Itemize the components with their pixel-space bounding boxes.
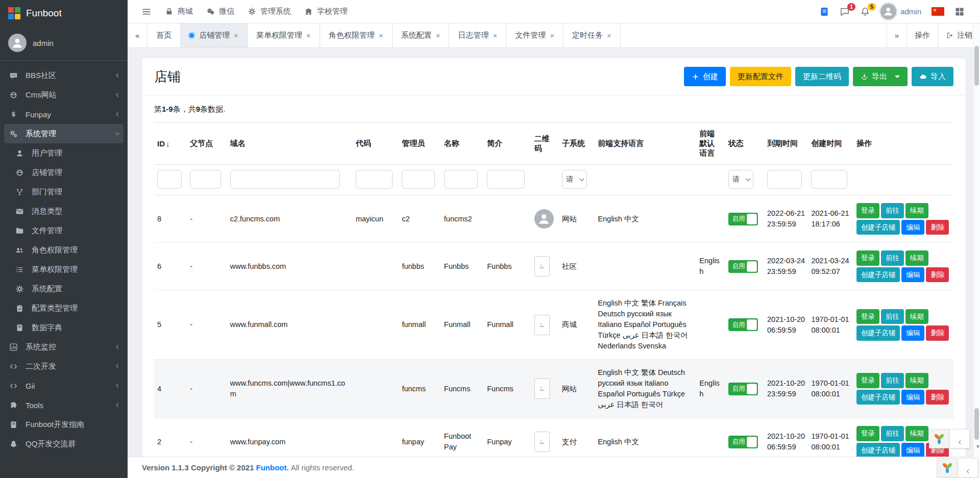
edit-button[interactable]: 编辑	[901, 220, 924, 235]
china-flag-icon[interactable]	[932, 7, 944, 16]
sidebar-menu-item[interactable]: QQ开发交流群	[0, 434, 128, 454]
sidebar-menu-item[interactable]: 系统配置	[0, 279, 128, 298]
sidebar-menu-item[interactable]: BBS社区	[0, 66, 128, 85]
sidebar-menu-item[interactable]: 二次开发	[0, 357, 128, 376]
scrollbar-thumb[interactable]	[974, 408, 979, 440]
goto-button[interactable]: 前往	[881, 203, 904, 218]
sidebar-toggle-button[interactable]	[135, 0, 158, 23]
sort-desc-icon[interactable]: ↓	[166, 139, 170, 148]
scroll-down-arrow-icon[interactable]: ▾	[976, 443, 979, 450]
filter-input[interactable]	[190, 170, 221, 189]
tab[interactable]: 角色权限管理 ×	[320, 23, 393, 47]
sidebar-menu-item[interactable]: Cms网站	[0, 85, 128, 105]
apps-grid-button[interactable]	[954, 7, 965, 17]
column-header[interactable]: 代码	[353, 123, 399, 165]
renew-button[interactable]: 续期	[905, 309, 928, 324]
tab[interactable]: 菜单权限管理 ×	[248, 23, 320, 47]
edit-button[interactable]: 编辑	[901, 267, 924, 283]
sidebar-menu-item[interactable]: 系统管理	[4, 124, 124, 143]
funboot-link[interactable]: Funboot.	[256, 463, 288, 472]
column-header[interactable]: 操作	[853, 123, 953, 165]
filter-input[interactable]	[487, 170, 525, 189]
sidebar-menu-item[interactable]: 配置类型管理	[0, 298, 128, 318]
goto-button[interactable]: 前往	[881, 426, 904, 441]
create-button[interactable]: 创建	[684, 67, 726, 86]
filter-select[interactable]: 请	[728, 170, 753, 189]
column-header[interactable]: 状态	[725, 123, 764, 165]
renew-button[interactable]: 续期	[905, 373, 928, 388]
filter-input[interactable]	[402, 170, 435, 189]
login-button[interactable]: 登录	[856, 373, 879, 388]
brand[interactable]: Funboot	[0, 0, 128, 27]
column-header[interactable]: 创建时间	[808, 123, 853, 165]
filter-input[interactable]	[157, 170, 182, 189]
renew-button[interactable]: 续期	[905, 250, 928, 266]
funboot-widget-button[interactable]	[937, 458, 958, 477]
tab[interactable]: 定时任务 ×	[564, 23, 621, 47]
tab-close-icon[interactable]: ×	[493, 31, 497, 40]
sidebar-menu-item[interactable]: 店铺管理	[0, 163, 128, 182]
filter-input[interactable]	[230, 170, 340, 189]
column-header[interactable]: 父节点	[187, 123, 227, 165]
docs-button[interactable]	[819, 7, 829, 17]
tab[interactable]: 文件管理 ×	[506, 23, 564, 47]
column-header[interactable]: 域名	[227, 123, 353, 165]
login-button[interactable]: 登录	[856, 250, 879, 266]
edit-button[interactable]: 编辑	[901, 325, 924, 341]
column-header[interactable]: 二维码	[531, 123, 559, 165]
renew-button[interactable]: 续期	[905, 203, 928, 218]
tab-close-icon[interactable]: ×	[436, 31, 440, 40]
sidebar-menu-item[interactable]: Gii	[0, 376, 128, 395]
renew-button[interactable]: 续期	[905, 426, 928, 441]
login-button[interactable]: 登录	[856, 426, 879, 441]
sidebar-menu-item[interactable]: 数据字典	[0, 318, 128, 337]
create-substore-button[interactable]: 创建子店铺	[856, 325, 900, 341]
create-substore-button[interactable]: 创建子店铺	[856, 443, 900, 457]
column-header[interactable]: 前端支持语言	[595, 123, 696, 165]
funboot-widget-button[interactable]	[929, 429, 949, 448]
delete-button[interactable]: 删除	[926, 390, 949, 405]
tab-close-icon[interactable]: ×	[379, 31, 383, 40]
tab-close-icon[interactable]: ×	[607, 31, 611, 40]
tab[interactable]: 日志管理 ×	[449, 23, 506, 47]
tab[interactable]: 店铺管理 ×	[181, 23, 248, 47]
notifications-button[interactable]: 5	[860, 7, 870, 17]
tab-close-icon[interactable]: ×	[550, 31, 554, 40]
delete-button[interactable]: 删除	[926, 325, 949, 341]
goto-button[interactable]: 前往	[881, 250, 904, 266]
filter-input[interactable]	[767, 170, 802, 189]
sidebar-menu-item[interactable]: 菜单权限管理	[0, 260, 128, 279]
tab-close-icon[interactable]: ×	[234, 31, 238, 40]
sidebar-menu-item[interactable]: 用户管理	[0, 143, 128, 163]
tabs-actions-button[interactable]: 操作	[906, 23, 938, 47]
tab[interactable]: 首页 ×	[148, 23, 181, 47]
login-button[interactable]: 登录	[856, 203, 879, 218]
update-config-button[interactable]: 更新配置文件	[730, 67, 791, 86]
edit-button[interactable]: 编辑	[901, 443, 924, 457]
status-toggle[interactable]: 启用	[728, 436, 758, 448]
sidebar-menu-item[interactable]: Tools	[0, 395, 128, 415]
navbar-menu-item[interactable]: 学校管理	[298, 0, 354, 23]
sidebar-menu-item[interactable]: 角色权限管理	[0, 240, 128, 260]
status-toggle[interactable]: 启用	[728, 213, 758, 225]
create-substore-button[interactable]: 创建子店铺	[856, 390, 900, 405]
goto-button[interactable]: 前往	[881, 309, 904, 324]
collapse-widget-button[interactable]	[949, 429, 970, 448]
export-button[interactable]: 导出	[853, 67, 908, 86]
import-button[interactable]: 导入	[912, 67, 953, 86]
sidebar-menu-item[interactable]: $ Funpay	[0, 105, 128, 124]
scrollbar-thumb[interactable]	[974, 46, 979, 86]
column-header[interactable]: ID↓	[154, 123, 187, 165]
column-header[interactable]: 前端默认语言	[696, 123, 725, 165]
scrollbar[interactable]: ▾	[973, 23, 980, 478]
create-substore-button[interactable]: 创建子店铺	[856, 220, 900, 235]
column-header[interactable]: 简介	[484, 123, 531, 165]
column-header[interactable]: 名称	[441, 123, 484, 165]
status-toggle[interactable]: 启用	[728, 383, 758, 395]
create-substore-button[interactable]: 创建子店铺	[856, 267, 900, 283]
sidebar-menu-item[interactable]: 消息类型	[0, 202, 128, 221]
edit-button[interactable]: 编辑	[901, 390, 924, 405]
update-qrcode-button[interactable]: 更新二维码	[795, 67, 849, 86]
delete-button[interactable]: 删除	[926, 267, 949, 283]
messages-button[interactable]: 1	[840, 7, 850, 17]
